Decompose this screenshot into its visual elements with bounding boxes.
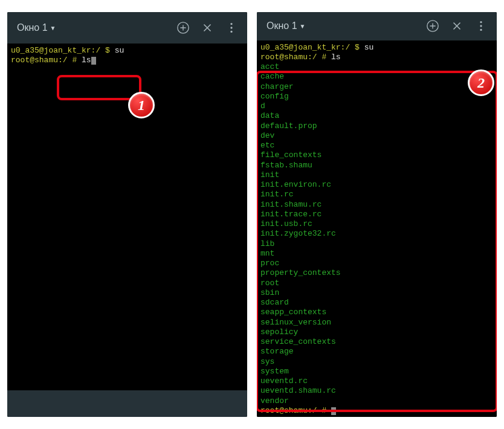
dropdown-icon: ▼ — [50, 25, 56, 31]
file-entry: sbin — [260, 288, 493, 298]
annotation-highlight — [57, 75, 141, 100]
file-entry: sdcard — [260, 298, 493, 308]
close-icon — [201, 21, 214, 34]
toolbar: Окно 1 ▼ — [257, 12, 497, 40]
svg-point-7 — [230, 31, 232, 33]
dropdown-icon: ▼ — [300, 23, 306, 30]
file-entry: system — [260, 367, 493, 376]
svg-point-15 — [480, 29, 482, 31]
add-window-button[interactable] — [422, 15, 444, 37]
prompt-user: u0_a35@joan_kt_kr:/ $ — [260, 43, 364, 52]
file-entry: root — [260, 279, 493, 288]
close-window-button[interactable] — [196, 17, 218, 39]
file-entry: init.rc — [260, 190, 493, 199]
add-window-button[interactable] — [172, 17, 194, 39]
file-entry: service_contexts — [260, 337, 493, 347]
file-entry: sys — [260, 357, 493, 367]
file-entry: sepolicy — [260, 327, 493, 337]
file-entry: charger — [260, 82, 493, 92]
file-entry: property_contexts — [260, 268, 493, 278]
file-entry: default.prop — [260, 121, 493, 131]
menu-button[interactable] — [221, 17, 242, 39]
file-entry: lib — [260, 239, 493, 249]
tab-title: Окно 1 — [267, 21, 297, 31]
file-entry: dev — [260, 131, 493, 141]
cursor — [91, 57, 96, 65]
file-entry: ueventd.shamu.rc — [260, 386, 493, 396]
cursor — [331, 407, 336, 415]
bottom-bar — [7, 390, 247, 417]
close-window-button[interactable] — [446, 15, 468, 37]
file-entry: etc — [260, 141, 493, 150]
kebab-menu-icon — [225, 21, 238, 34]
prompt-user: u0_a35@joan_kt_kr:/ $ — [11, 46, 115, 55]
plus-circle-icon — [426, 19, 439, 33]
svg-point-6 — [230, 27, 232, 28]
file-entry: mnt — [260, 249, 493, 259]
file-entry: config — [260, 92, 493, 102]
file-entry: vendor — [260, 396, 493, 406]
window-tab[interactable]: Окно 1 ▼ — [12, 20, 60, 36]
tab-title: Окно 1 — [17, 22, 48, 33]
command-su: su — [115, 46, 124, 55]
file-entry: d — [260, 102, 493, 111]
file-entry: init — [260, 170, 493, 180]
command-ls: ls — [331, 53, 341, 62]
svg-point-13 — [480, 21, 482, 23]
file-entry: data — [260, 111, 493, 121]
window-tab[interactable]: Окно 1 ▼ — [262, 18, 310, 34]
file-entry: storage — [260, 347, 493, 356]
file-entry: init.shamu.rc — [260, 200, 493, 210]
prompt-root: root@shamu:/ # — [260, 53, 331, 62]
file-entry: fstab.shamu — [260, 161, 493, 170]
file-entry: seapp_contexts — [260, 308, 493, 317]
svg-point-14 — [480, 25, 482, 27]
command-ls: ls — [82, 56, 91, 65]
toolbar: Окно 1 ▼ — [7, 12, 247, 44]
file-entry: init.usb.rc — [260, 219, 493, 229]
file-entry: acct — [260, 62, 493, 72]
file-entry: init.zygote32.rc — [260, 229, 493, 239]
file-entry: init.environ.rc — [260, 180, 493, 190]
left-screenshot: Окно 1 ▼ u0_a35@joan_kt_kr:/ $ — [7, 12, 247, 417]
file-entry: proc — [260, 259, 493, 268]
close-icon — [450, 19, 464, 33]
file-entry: selinux_version — [260, 318, 493, 327]
file-entry: file_contexts — [260, 150, 493, 160]
svg-point-5 — [230, 23, 232, 25]
file-entry: ueventd.rc — [260, 376, 493, 386]
terminal-output[interactable]: u0_a35@joan_kt_kr:/ $ su root@shamu:/ # … — [7, 44, 247, 390]
ls-output: acctcachechargerconfigddatadefault.propd… — [260, 62, 493, 406]
menu-button[interactable] — [470, 15, 492, 37]
file-entry: cache — [260, 72, 493, 82]
command-su: su — [364, 43, 374, 52]
plus-circle-icon — [176, 21, 190, 34]
file-entry: init.trace.rc — [260, 210, 493, 219]
terminal-output[interactable]: u0_a35@joan_kt_kr:/ $ su root@shamu:/ # … — [257, 40, 497, 418]
prompt-root-end: root@shamu:/ # — [260, 406, 331, 415]
kebab-menu-icon — [474, 19, 488, 33]
right-screenshot: Окно 1 ▼ u0_a35@joan_kt_kr:/ $ — [257, 12, 497, 417]
prompt-root: root@shamu:/ # — [11, 56, 82, 65]
annotation-badge: 1 — [128, 92, 155, 118]
